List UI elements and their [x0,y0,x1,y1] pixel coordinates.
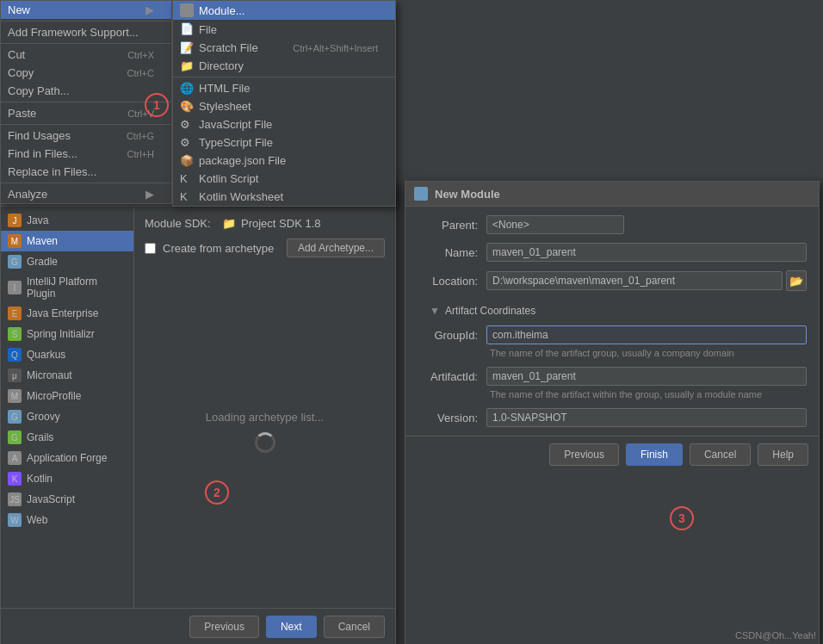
sdk-folder-icon: 📁 [222,217,236,230]
web-icon: W [8,513,22,527]
menu-item-analyze[interactable]: Analyze ▶ [1,185,171,203]
version-input[interactable] [486,408,807,427]
module-spring-label: Spring Initializr [27,328,95,340]
submenu-item-js[interactable]: ⚙ JavaScript File [173,115,395,133]
dialog-2-finish-button[interactable]: Finish [626,443,683,466]
module-type-spring[interactable]: S Spring Initializr [1,324,133,344]
parent-row: Parent: <None> [418,215,807,234]
module-type-quarkus[interactable]: Q Quarkus [1,344,133,365]
collapse-triangle-icon: ▼ [430,305,440,317]
watermark: CSDN@Oh...Yeah! [735,630,816,641]
submenu-item-kotlin-script[interactable]: K Kotlin Script [173,170,395,188]
module-type-micronaut[interactable]: μ Micronaut [1,365,133,386]
archetype-checkbox-row: Create from archetype Add Archetype... [145,238,385,257]
module-java-label: Java [27,214,48,226]
module-config-panel: Module SDK: 📁 Project SDK 1.8 Create fro… [134,207,395,608]
module-js-label: JavaScript [27,493,75,505]
appforge-icon: A [8,451,22,465]
version-row: Version: [418,408,807,427]
name-input[interactable] [486,243,807,262]
dialog-1-content: J Java M Maven G Gradle I IntelliJ Platf… [1,207,395,608]
submenu-item-package-json[interactable]: 📦 package.json File [173,152,395,170]
submenu-module-label: Module... [199,4,244,17]
location-input[interactable] [486,271,783,290]
archetype-checkbox[interactable] [145,243,156,254]
module-microprofile-label: MicroProfile [27,390,81,402]
module-type-microprofile[interactable]: M MicroProfile [1,386,133,406]
submenu-item-directory[interactable]: 📁 Directory [173,57,395,75]
submenu-item-ts[interactable]: ⚙ TypeScript File [173,133,395,152]
submenu-item-scratch[interactable]: 📝 Scratch File Ctrl+Alt+Shift+Insert [173,39,395,57]
module-type-groovy[interactable]: G Groovy [1,406,133,427]
module-type-web[interactable]: W Web [1,510,133,530]
module-type-maven[interactable]: M Maven [1,231,133,251]
module-type-intellij[interactable]: I IntelliJ Platform Plugin [1,272,133,303]
dialog-1-previous-button[interactable]: Previous [189,616,259,638]
sdk-value-container: 📁 Project SDK 1.8 [222,217,321,230]
dialog-1-footer: Previous Next Cancel [1,608,395,644]
loading-text: Loading archetype list... [206,411,324,424]
intellij-icon: I [8,281,22,294]
artifact-section-header[interactable]: ▼ Artifact Coordinates [418,300,807,317]
microprofile-icon: M [8,389,22,403]
parent-select[interactable]: <None> [486,215,624,234]
module-type-gradle[interactable]: G Gradle [1,251,133,272]
dialog-2-help-button[interactable]: Help [758,443,808,466]
groupid-input[interactable] [486,325,807,344]
dialog-1-next-button[interactable]: Next [266,616,317,638]
sdk-label: Module SDK: [145,217,213,230]
menu-item-copy[interactable]: Copy Ctrl+C [1,64,171,82]
menu-item-new[interactable]: New ▶ [1,1,171,19]
menu-item-copy-path[interactable]: Copy Path... [1,82,171,100]
name-label: Name: [418,246,478,259]
dialog-1-cancel-button[interactable]: Cancel [324,616,385,638]
enterprise-icon: E [8,307,22,320]
submenu-item-module[interactable]: Module... [173,1,395,20]
submenu-item-html[interactable]: 🌐 HTML File [173,79,395,97]
menu-item-find-in-files[interactable]: Find in Files... Ctrl+H [1,145,171,163]
submenu-directory-label: Directory [199,59,244,72]
module-type-javascript[interactable]: JS JavaScript [1,489,133,510]
submenu-item-stylesheet[interactable]: 🎨 Stylesheet [173,97,395,115]
loading-spinner [255,432,275,453]
kotlin-icon: K [8,472,22,486]
browse-icon: 📂 [789,275,803,288]
menu-item-find-usages-label: Find Usages [8,129,71,142]
dialog-2-previous-button[interactable]: Previous [549,443,619,466]
analyze-arrow: ▶ [145,188,154,201]
sdk-row: Module SDK: 📁 Project SDK 1.8 [145,217,385,230]
file-icon: 📄 [180,22,194,36]
menu-separator-1 [1,21,171,22]
location-label: Location: [418,275,478,288]
artifactid-input[interactable] [486,367,807,386]
main-context-menu: New ▶ Add Framework Support... Cut Ctrl+… [0,0,172,204]
menu-item-cut[interactable]: Cut Ctrl+X [1,46,171,64]
dialog-2-cancel-button[interactable]: Cancel [690,443,751,466]
submenu-item-kotlin-worksheet[interactable]: K Kotlin Worksheet [173,188,395,206]
java-icon: J [8,214,22,227]
module-type-enterprise[interactable]: E Java Enterprise [1,303,133,324]
menu-item-find-usages[interactable]: Find Usages Ctrl+G [1,127,171,145]
location-browse-button[interactable]: 📂 [786,270,807,291]
scratch-shortcut: Ctrl+Alt+Shift+Insert [293,43,378,53]
menu-item-add-framework[interactable]: Add Framework Support... [1,23,171,41]
menu-item-paste[interactable]: Paste Ctrl+V [1,104,171,122]
html-icon: 🌐 [180,82,194,95]
submenu-file-label: File [199,23,217,36]
module-type-grails[interactable]: G Grails [1,427,133,448]
module-groovy-label: Groovy [27,411,60,423]
menu-item-replace-in-files[interactable]: Replace in Files... [1,163,171,181]
module-icon [180,3,194,17]
dialog-2-module-icon [414,187,428,201]
new-module-dialog-2: New Module Parent: <None> Name: Location… [405,181,820,644]
module-type-appforge[interactable]: A Application Forge [1,448,133,468]
dialog-2-title: New Module [435,188,500,201]
submenu-item-file[interactable]: 📄 File [173,20,395,39]
add-archetype-button[interactable]: Add Archetype... [287,238,385,257]
archetype-checkbox-label: Create from archetype [163,242,274,255]
module-type-java[interactable]: J Java [1,210,133,231]
submenu-ts-label: TypeScript File [199,136,273,149]
javascript-icon: JS [8,492,22,506]
module-type-kotlin[interactable]: K Kotlin [1,468,133,489]
menu-item-copy-label: Copy [8,66,34,79]
